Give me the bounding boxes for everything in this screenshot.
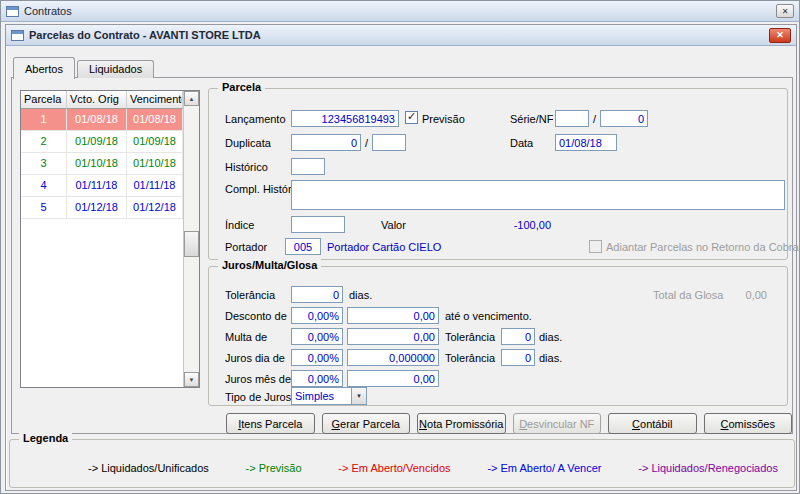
- indice-field[interactable]: [291, 216, 345, 233]
- tab-liquidados[interactable]: Liquidados: [77, 60, 154, 78]
- action-button-row: Itens Parcela Gerar Parcela Nota Promiss…: [226, 413, 792, 434]
- parcelas-grid: Parcela Vcto. Orig Vencimento 1 01/08/18…: [20, 90, 200, 388]
- check-icon: ✓: [407, 110, 416, 123]
- scrollbar-thumb[interactable]: [184, 231, 199, 257]
- button-label: Gerar Parcela: [332, 418, 400, 430]
- cell-vencimento: 01/11/18: [127, 175, 183, 197]
- dialog-icon: [11, 30, 24, 41]
- lancamento-field[interactable]: [291, 110, 399, 127]
- close-icon: ✕: [782, 7, 789, 16]
- legenda-title: Legenda: [19, 432, 72, 444]
- grid-scrollbar[interactable]: ▲ ▼: [183, 91, 199, 387]
- nota-promissoria-button[interactable]: Nota Promissória: [417, 413, 506, 434]
- parcela-groupbox: Parcela Lançamento ✓ Previsão Série/NF /…: [208, 88, 788, 260]
- cell-vcto-orig: 01/12/18: [67, 197, 127, 219]
- window-titlebar[interactable]: Contratos ✕: [1, 1, 799, 22]
- dialog-close-button[interactable]: ✕: [769, 28, 791, 43]
- serie-nf-field-2[interactable]: [600, 110, 648, 127]
- multa-tolerancia-field[interactable]: [501, 328, 535, 345]
- table-row[interactable]: 5 01/12/18 01/12/18: [21, 197, 199, 219]
- contabil-button[interactable]: Contábil: [608, 413, 697, 434]
- duplicata-label: Duplicata: [225, 137, 271, 149]
- ate-vencimento-label: até o vencimento.: [445, 310, 532, 322]
- portador-code-field[interactable]: [285, 238, 321, 255]
- legenda-groupbox: Legenda -> Liquidados/Unificados -> Prev…: [9, 439, 795, 488]
- combo-arrow-glyph: ▼: [356, 393, 362, 399]
- historico-field[interactable]: [291, 158, 325, 175]
- portador-description: Portador Cartão CIELO: [327, 241, 441, 253]
- tipo-juros-select[interactable]: Simples ▼: [291, 387, 367, 405]
- cell-vencimento: 01/08/18: [127, 109, 183, 131]
- dialog-titlebar[interactable]: Parcelas do Contrato - AVANTI STORE LTDA…: [6, 25, 796, 46]
- scroll-up-glyph: ▲: [189, 96, 195, 102]
- cell-parcela: 1: [21, 109, 67, 131]
- tolerancia-field[interactable]: [291, 286, 343, 303]
- window-title: Contratos: [24, 5, 72, 17]
- dias-label: dias.: [349, 289, 372, 301]
- juros-multa-glosa-groupbox: Juros/Multa/Glosa Tolerância dias. Total…: [208, 266, 788, 406]
- tab-abertos[interactable]: Abertos: [13, 57, 75, 79]
- cell-parcela: 2: [21, 131, 67, 153]
- tab-label: Liquidados: [89, 63, 142, 75]
- grid-header: Parcela Vcto. Orig Vencimento: [21, 91, 199, 109]
- comissoes-button[interactable]: Comissões: [704, 413, 793, 434]
- dialog-title: Parcelas do Contrato - AVANTI STORE LTDA: [29, 29, 261, 41]
- table-row[interactable]: 3 01/10/18 01/10/18: [21, 153, 199, 175]
- tolerancia-label: Tolerância: [225, 289, 275, 301]
- previsao-checkbox[interactable]: ✓: [405, 111, 418, 124]
- total-glosa-value: 0,00: [709, 289, 767, 301]
- button-label: Comissões: [721, 418, 775, 430]
- juros-dia-tolerancia-field[interactable]: [501, 349, 535, 366]
- parcelas-dialog: Parcelas do Contrato - AVANTI STORE LTDA…: [5, 24, 797, 491]
- compl-historico-field[interactable]: [291, 180, 785, 210]
- scroll-up-icon[interactable]: ▲: [184, 91, 199, 106]
- table-row[interactable]: 4 01/11/18 01/11/18: [21, 175, 199, 197]
- adiantar-checkbox: [589, 240, 602, 253]
- multa-dias-label: dias.: [539, 331, 562, 343]
- gerar-parcela-button[interactable]: Gerar Parcela: [322, 413, 411, 434]
- juros-dia-dias-label: dias.: [539, 352, 562, 364]
- cell-vencimento: 01/09/18: [127, 131, 183, 153]
- juros-dia-tolerancia-label: Tolerância: [445, 352, 495, 364]
- cell-vencimento: 01/12/18: [127, 197, 183, 219]
- serie-nf-separator: /: [593, 113, 596, 125]
- juros-dia-pct-field[interactable]: [291, 349, 343, 366]
- juros-mes-pct-field[interactable]: [291, 370, 343, 387]
- column-header-parcela[interactable]: Parcela: [21, 91, 67, 109]
- table-row[interactable]: 1 01/08/18 01/08/18: [21, 109, 199, 131]
- cell-parcela: 4: [21, 175, 67, 197]
- column-header-vencimento[interactable]: Vencimento: [127, 91, 183, 109]
- cell-parcela: 3: [21, 153, 67, 175]
- itens-parcela-button[interactable]: Itens Parcela: [226, 413, 315, 434]
- column-header-vcto-orig[interactable]: Vcto. Orig: [67, 91, 127, 109]
- multa-valor-field[interactable]: [347, 328, 439, 345]
- desconto-label: Desconto de: [225, 310, 287, 322]
- parcela-group-title: Parcela: [218, 81, 265, 93]
- cell-vcto-orig: 01/09/18: [67, 131, 127, 153]
- data-field[interactable]: [555, 134, 617, 151]
- tab-label: Abertos: [25, 63, 63, 75]
- juros-dia-valor-field[interactable]: [347, 349, 439, 366]
- serie-nf-field-1[interactable]: [555, 110, 589, 127]
- valor-label: Valor: [381, 219, 406, 231]
- chevron-down-icon[interactable]: ▼: [351, 388, 366, 404]
- window-close-button[interactable]: ✕: [776, 4, 794, 18]
- desconto-valor-field[interactable]: [347, 307, 439, 324]
- scroll-down-icon[interactable]: ▼: [184, 372, 199, 387]
- juros-mes-valor-field[interactable]: [347, 370, 439, 387]
- previsao-label: Previsão: [422, 113, 465, 125]
- cell-parcela: 5: [21, 197, 67, 219]
- valor-value: -100,00: [489, 219, 551, 231]
- duplicata-field-2[interactable]: [372, 134, 406, 151]
- desconto-pct-field[interactable]: [291, 307, 343, 324]
- table-row[interactable]: 2 01/09/18 01/09/18: [21, 131, 199, 153]
- duplicata-field-1[interactable]: [291, 134, 361, 151]
- close-icon: ✕: [776, 30, 784, 40]
- desvincular-nf-button[interactable]: Desvincular NF: [513, 413, 602, 434]
- button-label: Nota Promissória: [419, 418, 503, 430]
- duplicata-separator: /: [365, 137, 368, 149]
- legend-em-aberto-a-vencer: -> Em Aberto/ A Vencer: [487, 462, 601, 474]
- multa-pct-field[interactable]: [291, 328, 343, 345]
- lancamento-label: Lançamento: [225, 113, 286, 125]
- tab-bar: Abertos Liquidados: [13, 55, 156, 78]
